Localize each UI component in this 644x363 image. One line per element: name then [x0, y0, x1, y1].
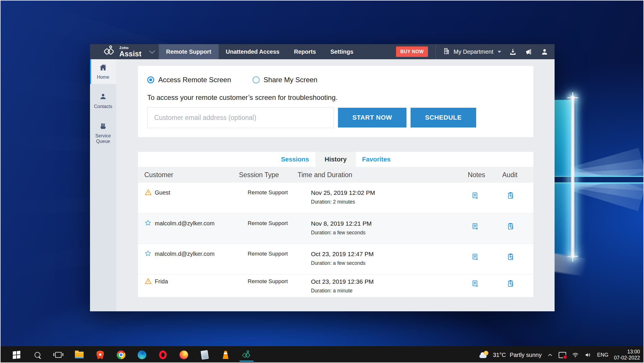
- main-content: Access Remote Screen Share My Screen To …: [116, 59, 555, 311]
- taskbar-icon-search[interactable]: [31, 348, 44, 362]
- wifi-icon[interactable]: [572, 352, 579, 358]
- customer-name: Frida: [155, 274, 248, 297]
- taskbar-icon-zoho-assist[interactable]: [240, 348, 253, 362]
- announcements-icon[interactable]: [525, 48, 533, 56]
- tab-reports[interactable]: Reports: [287, 44, 323, 59]
- time-and-duration: Nov 8, 2019 12:21 PMDuration: a few seco…: [311, 213, 454, 244]
- taskbar-icon-task-view[interactable]: [52, 348, 64, 362]
- buy-now-button[interactable]: BUY NOW: [396, 46, 428, 57]
- sidebar-item-label: Contacts: [94, 104, 112, 109]
- column-time-duration: Time and Duration: [298, 171, 458, 179]
- tab-remote-support[interactable]: Remote Support: [159, 44, 219, 59]
- audit-icon[interactable]: [496, 183, 525, 213]
- brand-text: Zoho Assist: [119, 46, 141, 57]
- volume-icon[interactable]: [584, 351, 591, 358]
- taskbar-clock[interactable]: 13:00 07-02-2022: [614, 349, 640, 361]
- sparkle: [571, 96, 574, 99]
- department-label: My Department: [454, 48, 493, 55]
- notes-icon[interactable]: [454, 274, 496, 297]
- app-switcher-chevron-icon[interactable]: [149, 48, 155, 54]
- chevron-up-icon[interactable]: [547, 352, 553, 358]
- brand-zoho: Zoho: [119, 46, 141, 50]
- language-indicator[interactable]: ENG: [597, 352, 608, 358]
- system-tray: 31°C Partly sunny: [479, 349, 644, 361]
- star-icon[interactable]: [144, 244, 155, 274]
- main-nav: Remote Support Unattended Access Reports…: [159, 44, 361, 59]
- schedule-button[interactable]: SCHEDULE: [411, 108, 476, 127]
- session-action-row: START NOW SCHEDULE: [147, 107, 524, 128]
- table-row: malcolm.d@zylker.comRemote SupportNov 8,…: [138, 213, 533, 244]
- notes-icon[interactable]: [454, 213, 496, 244]
- home-icon: [99, 64, 107, 72]
- taskbar-icon-start[interactable]: [10, 348, 23, 362]
- sessions-history-card: Sessions History Favorites Customer Sess…: [138, 152, 533, 297]
- taskbar-icon-chrome[interactable]: [115, 348, 127, 362]
- download-agent-button[interactable]: [509, 48, 517, 56]
- department-selector[interactable]: My Department: [443, 47, 501, 56]
- start-session-card: Access Remote Screen Share My Screen To …: [138, 66, 533, 137]
- warning-icon: [144, 183, 155, 213]
- column-notes: Notes: [458, 171, 494, 179]
- notes-icon[interactable]: [454, 183, 496, 213]
- sidebar-item-contacts[interactable]: Contacts: [90, 89, 116, 113]
- audit-icon[interactable]: [496, 213, 525, 244]
- session-type: Remote Support: [248, 274, 311, 297]
- sidebar-item-service-queue[interactable]: Service Queue: [90, 118, 116, 148]
- taskbar-icon-firefox[interactable]: [178, 348, 190, 362]
- screen-share-tray-icon[interactable]: [559, 352, 566, 358]
- session-subtitle: To access your remote customer’s screen …: [147, 94, 524, 102]
- session-type: Remote Support: [248, 244, 311, 274]
- customer-name: Guest: [155, 183, 248, 213]
- taskbar-apps: [1, 348, 253, 362]
- sidebar-item-label: Service Queue: [91, 133, 116, 144]
- radio-selected-icon: [147, 76, 154, 83]
- weather-widget[interactable]: 31°C Partly sunny: [479, 351, 542, 359]
- brand: Zoho Assist: [90, 44, 159, 59]
- taskbar-icon-edge[interactable]: [136, 348, 148, 362]
- warning-icon: [144, 274, 155, 297]
- history-table-body: GuestRemote SupportNov 25, 2019 12:02 PM…: [138, 183, 533, 297]
- desktop: Zoho Assist Remote Support Unattended Ac…: [0, 0, 644, 363]
- customer-name: malcolm.d@zylker.com: [155, 244, 248, 274]
- header-right: BUY NOW: [396, 44, 555, 59]
- start-now-button[interactable]: START NOW: [338, 108, 406, 127]
- sidebar: Home Contacts: [90, 59, 116, 311]
- sidebar-item-home[interactable]: Home: [90, 59, 116, 84]
- tab-settings[interactable]: Settings: [323, 44, 361, 59]
- tab-favorites[interactable]: Favorites: [356, 152, 397, 167]
- user-profile-icon[interactable]: [541, 48, 548, 55]
- taskbar-icon-file-explorer[interactable]: [73, 348, 85, 362]
- taskbar: 31°C Partly sunny: [1, 346, 644, 363]
- table-header: Customer Session Type Time and Duration …: [138, 167, 533, 183]
- time-and-duration: Nov 25, 2019 12:02 PMDuration: 2 minutes: [311, 183, 454, 213]
- radio-unselected-icon: [253, 76, 260, 83]
- contacts-icon: [99, 93, 107, 102]
- tab-unattended-access[interactable]: Unattended Access: [219, 44, 287, 59]
- taskbar-icon-tablet[interactable]: [199, 348, 211, 362]
- hero-window-crossbar: [539, 176, 644, 184]
- tab-history[interactable]: History: [315, 152, 356, 167]
- notes-icon[interactable]: [454, 244, 496, 274]
- taskbar-icon-brave[interactable]: [94, 348, 106, 362]
- taskbar-icon-vlc[interactable]: [220, 348, 232, 362]
- tab-sessions[interactable]: Sessions: [275, 152, 315, 167]
- column-session-type: Session Type: [239, 171, 298, 179]
- time-and-duration: Oct 23, 2019 12:36 PMDuration: a minute: [311, 274, 454, 297]
- app-body: Home Contacts: [90, 59, 555, 311]
- history-tabs: Sessions History Favorites: [138, 152, 533, 167]
- radio-share-my-screen[interactable]: Share My Screen: [253, 76, 317, 84]
- clock-date: 07-02-2022: [614, 355, 640, 361]
- radio-label: Share My Screen: [264, 76, 317, 84]
- star-icon[interactable]: [144, 213, 155, 244]
- customer-name: malcolm.d@zylker.com: [155, 213, 248, 244]
- audit-icon[interactable]: [496, 244, 525, 274]
- audit-icon[interactable]: [496, 274, 525, 297]
- table-row: FridaRemote SupportOct 23, 2019 12:36 PM…: [138, 274, 533, 297]
- sidebar-item-label: Home: [97, 74, 109, 80]
- table-row: malcolm.d@zylker.comRemote SupportOct 23…: [138, 244, 533, 274]
- zoho-assist-window: Zoho Assist Remote Support Unattended Ac…: [90, 44, 555, 311]
- taskbar-icon-opera[interactable]: [157, 348, 169, 362]
- temperature: 31°C: [493, 352, 506, 358]
- radio-access-remote-screen[interactable]: Access Remote Screen: [147, 76, 231, 84]
- customer-email-input[interactable]: [147, 107, 334, 128]
